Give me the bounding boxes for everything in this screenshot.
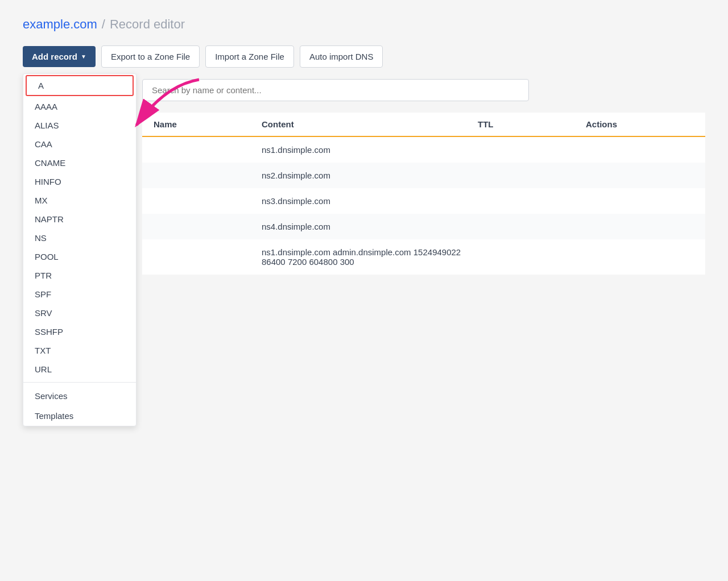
breadcrumb-page: Record editor	[110, 17, 185, 32]
export-zone-file-button[interactable]: Export to a Zone File	[101, 45, 200, 68]
dropdown-item-txt[interactable]: TXT	[23, 341, 136, 360]
dropdown-item-ptr[interactable]: PTR	[23, 266, 136, 285]
dropdown-item-ns[interactable]: NS	[23, 229, 136, 247]
search-container	[142, 79, 705, 101]
row2-actions	[586, 171, 694, 180]
row1-ttl	[478, 145, 586, 155]
table-row: ns2.dnsimple.com	[142, 163, 705, 188]
dropdown-item-services[interactable]: Services	[23, 386, 136, 406]
table-header: Name Content TTL Actions	[142, 113, 705, 137]
dropdown-item-srv[interactable]: SRV	[23, 304, 136, 322]
dropdown-item-templates[interactable]: Templates	[23, 406, 136, 426]
row2-ttl	[478, 171, 586, 180]
breadcrumb: example.com / Record editor	[23, 17, 705, 32]
dropdown-item-cname[interactable]: CNAME	[23, 153, 136, 172]
dropdown-item-naptr[interactable]: NAPTR	[23, 210, 136, 229]
row5-ttl	[478, 247, 586, 267]
row4-actions	[586, 222, 694, 231]
table-row: ns4.dnsimple.com	[142, 214, 705, 239]
row3-ttl	[478, 196, 586, 206]
col-name: Name	[154, 119, 262, 129]
dropdown-item-mx[interactable]: MX	[23, 191, 136, 210]
row4-ttl	[478, 222, 586, 231]
row2-name	[154, 171, 262, 180]
auto-import-dns-button[interactable]: Auto import DNS	[300, 45, 383, 68]
dropdown-item-aaaa[interactable]: AAAA	[23, 97, 136, 116]
dropdown-item-url[interactable]: URL	[23, 360, 136, 379]
dropdown-item-caa[interactable]: CAA	[23, 135, 136, 153]
add-record-label: Add record	[32, 52, 77, 61]
row2-content: ns2.dnsimple.com	[262, 171, 478, 180]
dropdown-item-alias[interactable]: ALIAS	[23, 116, 136, 135]
dropdown-item-spf[interactable]: SPF	[23, 285, 136, 304]
col-content: Content	[262, 119, 478, 129]
caret-icon: ▼	[81, 53, 86, 60]
search-input[interactable]	[142, 79, 529, 101]
row5-actions	[586, 247, 694, 267]
row1-name	[154, 145, 262, 155]
col-ttl: TTL	[478, 119, 586, 129]
dropdown-item-sshfp[interactable]: SSHFP	[23, 322, 136, 341]
row5-content: ns1.dnsimple.com admin.dnsimple.com 1524…	[262, 247, 478, 267]
row1-content: ns1.dnsimple.com	[262, 145, 478, 155]
breadcrumb-separator: /	[102, 17, 105, 32]
row4-name	[154, 222, 262, 231]
table-row: ns1.dnsimple.com	[142, 137, 705, 163]
row5-name	[154, 247, 262, 267]
dropdown-item-hinfo[interactable]: HINFO	[23, 172, 136, 191]
col-actions: Actions	[586, 119, 694, 129]
row3-actions	[586, 196, 694, 206]
record-type-dropdown: A AAAA ALIAS CAA CNAME HINFO MX NAPTR NS…	[23, 73, 136, 426]
table-row: ns1.dnsimple.com admin.dnsimple.com 1524…	[142, 239, 705, 275]
toolbar: Add record ▼ A AAAA ALIAS CAA CNAME HINF…	[23, 45, 705, 68]
table-row: ns3.dnsimple.com	[142, 188, 705, 214]
import-zone-file-button[interactable]: Import a Zone File	[205, 45, 294, 68]
domain-link[interactable]: example.com	[23, 17, 97, 32]
dropdown-item-a[interactable]: A	[26, 75, 134, 96]
row3-content: ns3.dnsimple.com	[262, 196, 478, 206]
dropdown-divider	[23, 382, 136, 383]
dropdown-item-pool[interactable]: POOL	[23, 247, 136, 266]
row1-actions	[586, 145, 694, 155]
add-record-dropdown-container: Add record ▼ A AAAA ALIAS CAA CNAME HINF…	[23, 46, 96, 67]
add-record-button[interactable]: Add record ▼	[23, 46, 96, 67]
row4-content: ns4.dnsimple.com	[262, 222, 478, 231]
row3-name	[154, 196, 262, 206]
records-table: Name Content TTL Actions ns1.dnsimple.co…	[142, 113, 705, 275]
